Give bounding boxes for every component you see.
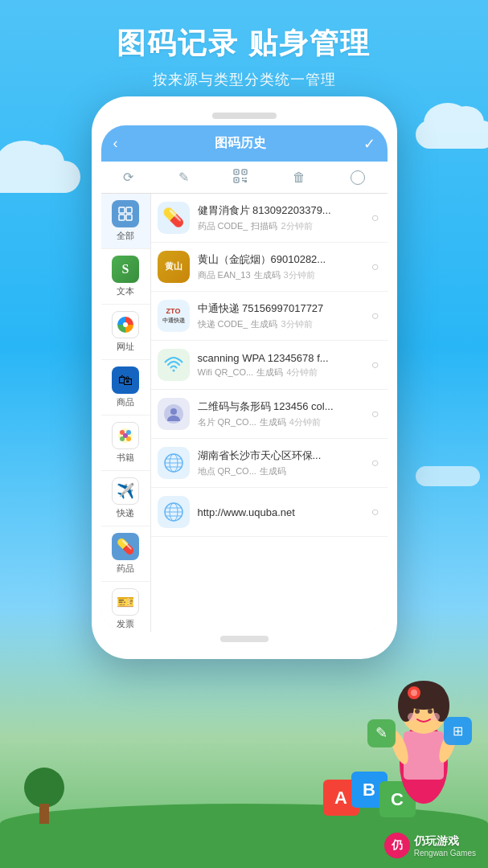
item-title-4: scanning WPA 12345678 f... <box>198 352 367 364</box>
svg-rect-7 <box>244 178 247 179</box>
svg-point-21 <box>123 433 128 438</box>
item-category-1: 药品 CODE_ <box>198 220 248 232</box>
sidebar-item-medicine[interactable]: 💊 药品 <box>101 526 150 582</box>
toolbar-qr[interactable] <box>233 169 248 186</box>
item-icon-contact <box>158 398 190 430</box>
item-title-2: 黄山（金皖烟）69010282... <box>198 252 367 267</box>
svg-point-26 <box>172 370 174 372</box>
confirm-button[interactable]: ✓ <box>363 135 375 153</box>
item-category-5: 名片 QR_CO... <box>198 416 256 428</box>
sidebar-label-all: 全部 <box>117 230 134 242</box>
watermark-logo: 仍 <box>384 833 410 858</box>
phone-bottom-bar <box>220 636 269 642</box>
back-button[interactable]: ‹ <box>113 135 118 152</box>
item-title-5: 二维码与条形码 123456 col... <box>198 399 367 414</box>
sidebar-item-all[interactable]: 全部 <box>101 194 150 249</box>
list-item[interactable]: 黄山 黄山（金皖烟）69010282... 商品 EAN_13 生成码 3分钟前… <box>151 243 388 292</box>
svg-text:⊞: ⊞ <box>453 724 463 738</box>
item-title-1: 健胃消食片 813092203379... <box>198 203 367 218</box>
list-item[interactable]: 💊 健胃消食片 813092203379... 药品 CODE_ 扫描码 2分钟… <box>151 194 388 243</box>
item-title-6: 湖南省长沙市天心区环保... <box>198 448 367 463</box>
sidebar-label-ticket: 发票 <box>117 618 134 630</box>
toolbar-refresh[interactable]: ⟳ <box>123 170 133 185</box>
item-check-6[interactable]: ○ <box>371 456 379 470</box>
item-content-2: 黄山（金皖烟）69010282... 商品 EAN_13 生成码 3分钟前 <box>198 252 367 281</box>
list-item[interactable]: 湖南省长沙市天心区环保... 地点 QR_CO... 生成码 ○ <box>151 439 388 488</box>
sidebar-item-url[interactable]: 网址 <box>101 305 150 360</box>
watermark-cn-text: 仍玩游戏 <box>414 834 476 849</box>
list-item[interactable]: http://www.uquba.net ○ <box>151 488 388 537</box>
sidebar-label-express: 快递 <box>117 507 134 519</box>
item-icon-medicine: 💊 <box>158 202 190 234</box>
item-action-1: 扫描码 <box>251 220 277 232</box>
item-action-3: 生成码 <box>251 318 277 330</box>
character: A B C ✎ ⊞ <box>319 651 480 828</box>
svg-rect-10 <box>119 207 125 213</box>
toolbar: ⟳ ✎ 🗑 <box>101 162 388 194</box>
sidebar-item-text[interactable]: S 文本 <box>101 249 150 305</box>
item-time-5: 4分钟前 <box>289 416 321 428</box>
item-check-3[interactable]: ○ <box>371 309 379 323</box>
page-subheadline: 按来源与类型分类统一管理 <box>0 70 488 89</box>
item-category-6: 地点 QR_CO... <box>198 465 256 477</box>
page-headline: 图码记录 贴身管理 <box>0 0 488 63</box>
svg-rect-13 <box>126 215 132 220</box>
item-content-5: 二维码与条形码 123456 col... 名片 QR_CO... 生成码 4分… <box>198 399 367 428</box>
sidebar: 全部 S 文本 <box>101 194 151 632</box>
tree-trunk <box>39 804 49 824</box>
phone-screen: ‹ 图码历史 ✓ ⟳ ✎ <box>101 125 388 632</box>
phone-notch <box>212 113 277 119</box>
item-title-3: 中通快递 75156997017727 <box>198 301 367 316</box>
toolbar-edit[interactable]: ✎ <box>178 170 189 185</box>
svg-point-56 <box>432 713 440 721</box>
phone-outer: ‹ 图码历史 ✓ ⟳ ✎ <box>92 96 397 659</box>
item-content-3: 中通快递 75156997017727 快递 CODE_ 生成码 3分钟前 <box>198 301 367 330</box>
express-icon: ✈️ <box>112 477 139 505</box>
sidebar-item-express[interactable]: ✈️ 快递 <box>101 471 150 526</box>
item-content-1: 健胃消食片 813092203379... 药品 CODE_ 扫描码 2分钟前 <box>198 203 367 232</box>
svg-point-52 <box>411 690 417 696</box>
svg-point-53 <box>415 709 420 714</box>
sidebar-label-medicine: 药品 <box>117 563 134 575</box>
list-item[interactable]: ZTO中通快递 中通快递 75156997017727 快递 CODE_ 生成码… <box>151 292 388 341</box>
medicine-icon: 💊 <box>112 533 139 560</box>
book-icon <box>112 422 139 449</box>
item-content-6: 湖南省长沙市天心区环保... 地点 QR_CO... 生成码 <box>198 448 367 477</box>
item-check-7[interactable]: ○ <box>371 505 379 519</box>
toolbar-delete[interactable]: 🗑 <box>293 170 306 185</box>
sidebar-item-ticket[interactable]: 🎫 发票 <box>101 582 150 632</box>
item-check-4[interactable]: ○ <box>371 358 379 372</box>
item-category-3: 快递 CODE_ <box>198 318 248 330</box>
watermark-text-group: 仍玩游戏 Rengwan Games <box>414 834 476 858</box>
svg-rect-6 <box>242 178 244 179</box>
list-item[interactable]: 二维码与条形码 123456 col... 名片 QR_CO... 生成码 4分… <box>151 390 388 439</box>
watermark-en-text: Rengwan Games <box>414 849 476 858</box>
watermark: 仍 仍玩游戏 Rengwan Games <box>384 833 476 858</box>
sidebar-item-book[interactable]: 书籍 <box>101 416 150 471</box>
svg-rect-4 <box>244 171 245 173</box>
svg-point-28 <box>170 408 177 415</box>
item-meta-6: 地点 QR_CO... 生成码 <box>198 465 367 477</box>
item-check-1[interactable]: ○ <box>371 211 379 225</box>
item-action-5: 生成码 <box>260 416 286 428</box>
item-content-4: scanning WPA 12345678 f... Wifi QR_CO...… <box>198 352 367 379</box>
svg-text:A: A <box>334 788 347 808</box>
list-item[interactable]: scanning WPA 12345678 f... Wifi QR_CO...… <box>151 341 388 390</box>
phone-mockup: ‹ 图码历史 ✓ ⟳ ✎ <box>92 96 397 659</box>
svg-text:C: C <box>391 789 404 809</box>
sidebar-label-product: 商品 <box>117 396 134 408</box>
toolbar-select[interactable] <box>351 170 365 185</box>
item-icon-globe2 <box>158 496 190 528</box>
item-action-6: 生成码 <box>260 465 286 477</box>
all-icon <box>112 200 139 227</box>
item-check-2[interactable]: ○ <box>371 260 379 274</box>
sidebar-item-product[interactable]: 🛍 商品 <box>101 360 150 416</box>
item-check-5[interactable]: ○ <box>371 407 379 421</box>
item-meta-3: 快递 CODE_ 生成码 3分钟前 <box>198 318 367 330</box>
cloud-right <box>416 121 488 149</box>
svg-point-54 <box>428 709 433 714</box>
svg-rect-9 <box>244 180 247 182</box>
item-time-3: 3分钟前 <box>281 318 312 330</box>
app-content: 全部 S 文本 <box>101 194 388 632</box>
svg-rect-5 <box>236 179 237 181</box>
